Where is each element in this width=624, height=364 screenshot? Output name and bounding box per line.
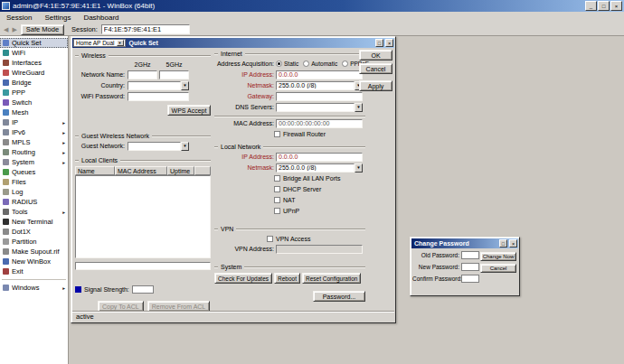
sidebar-item[interactable]: Quick Set (0, 38, 68, 48)
vpn-address-input[interactable] (276, 245, 363, 254)
confirm-password-input[interactable] (461, 275, 479, 283)
sidebar-item-icon (3, 79, 9, 86)
network-name-label: Network Name: (75, 71, 128, 78)
vpn-access-checkbox[interactable] (267, 236, 273, 242)
sidebar-item[interactable]: WiFi (0, 48, 68, 58)
sidebar-item[interactable]: Files (0, 177, 68, 187)
column-header[interactable]: Uptime (167, 166, 194, 175)
sidebar-item[interactable]: RADIUS (0, 197, 68, 207)
sidebar-item-label: Windows (12, 284, 60, 292)
forward-icon[interactable]: ▶ (12, 26, 16, 33)
section-divider (214, 116, 365, 117)
sidebar-item[interactable]: PPP (0, 88, 68, 98)
sidebar-item[interactable]: Log (0, 187, 68, 197)
lan-netmask-select[interactable] (276, 163, 355, 173)
network-name-5ghz-input[interactable] (159, 70, 189, 79)
lan-option-checkbox[interactable] (274, 208, 280, 214)
system-action-button[interactable]: Reset Configuration (302, 273, 361, 284)
safe-mode-button[interactable]: Safe Mode (21, 24, 64, 35)
local-clients-scroll-strip[interactable] (75, 262, 211, 270)
local-clients-table-body[interactable] (75, 175, 211, 258)
menu-item[interactable]: Session (0, 12, 38, 23)
dns-servers-input[interactable] (276, 103, 355, 112)
sidebar-item[interactable]: Mesh (0, 107, 68, 117)
wifi-password-input[interactable] (128, 92, 189, 101)
guest-network-select[interactable] (128, 142, 181, 151)
password-button[interactable]: Password... (313, 291, 365, 302)
menu-item[interactable]: Dashboard (77, 12, 125, 23)
guest-section-header: Guest Wireless Network (75, 132, 211, 140)
column-header[interactable]: Name (75, 166, 115, 175)
column-header[interactable]: MAC Address (115, 166, 167, 175)
status-text: active (76, 313, 94, 321)
internet-section-header: Internet (214, 50, 365, 58)
maximize-icon[interactable]: □ (499, 239, 507, 247)
copy-to-acl-button[interactable]: Copy To ACL (98, 301, 144, 311)
sidebar-item[interactable]: MPLS ▸ (0, 137, 68, 147)
sidebar-item[interactable]: Interfaces (0, 58, 68, 68)
sidebar-item[interactable]: System ▸ (0, 157, 68, 167)
sidebar-item[interactable]: Routing ▸ (0, 147, 68, 157)
close-icon[interactable]: × (385, 39, 393, 47)
sidebar-item[interactable]: WireGuard (0, 68, 68, 78)
lan-netmask-label: Netmask: (214, 164, 276, 171)
chevron-down-icon[interactable]: ▼ (117, 40, 124, 46)
sidebar-item[interactable]: New WinBox (0, 257, 68, 266)
firewall-router-checkbox[interactable] (274, 131, 280, 137)
sidebar-item[interactable]: IPv6 ▸ (0, 127, 68, 137)
old-password-input[interactable] (461, 251, 479, 259)
menu-item[interactable]: Settings (38, 12, 77, 23)
lan-option-checkbox[interactable] (274, 197, 280, 203)
mac-address-label: MAC Address: (214, 120, 276, 126)
sidebar-item[interactable]: Bridge (0, 78, 68, 88)
chevron-down-icon[interactable]: ▼ (181, 81, 189, 90)
sidebar-item[interactable]: Switch (0, 98, 68, 107)
sidebar-item[interactable]: Partition (0, 237, 68, 247)
chevron-down-icon[interactable]: ▼ (181, 142, 189, 151)
lan-ip-address-input[interactable] (276, 153, 363, 162)
session-input[interactable] (101, 24, 190, 34)
change-now-button[interactable]: Change Now (480, 252, 516, 261)
close-icon[interactable]: × (509, 239, 517, 247)
chevron-down-icon[interactable]: ▼ (355, 163, 363, 173)
minimize-icon[interactable]: _ (585, 1, 597, 11)
lan-option-checkbox[interactable] (274, 175, 280, 182)
sidebar-item[interactable]: Queues (0, 167, 68, 177)
cancel-button[interactable]: Cancel (480, 264, 516, 273)
sidebar-item[interactable]: Make Supout.rif (0, 247, 68, 257)
sidebar-item[interactable]: New Terminal (0, 217, 68, 227)
ok-button[interactable]: OK (359, 50, 392, 61)
sidebar-item-windows[interactable]: Windows ▸ (0, 283, 68, 293)
new-password-input[interactable] (461, 263, 479, 271)
wireless-section-header: Wireless (75, 51, 211, 60)
address-acquisition-radio[interactable]: Automatic (303, 61, 337, 67)
wan-ip-address-input[interactable] (276, 70, 363, 79)
system-action-button[interactable]: Check For Updates (214, 273, 272, 284)
wan-netmask-select[interactable] (276, 81, 355, 90)
sidebar-item[interactable]: Tools ▸ (0, 207, 68, 217)
system-action-button[interactable]: Reboot (274, 273, 300, 284)
back-icon[interactable]: ◀ (4, 26, 8, 33)
apply-button[interactable]: Apply (359, 80, 392, 91)
wps-accept-button[interactable]: WPS Accept (167, 105, 211, 116)
maximize-icon[interactable]: □ (375, 39, 383, 47)
chevron-down-icon[interactable]: ▼ (355, 103, 363, 112)
sidebar: Quick Set WiFi Interfaces WireGuard (0, 36, 69, 364)
remove-from-acl-button[interactable]: Remove From ACL (147, 301, 211, 311)
sidebar-item-icon (3, 179, 9, 185)
gateway-input[interactable] (276, 92, 363, 101)
network-name-2ghz-input[interactable] (128, 70, 157, 79)
address-acquisition-radio[interactable]: Static (276, 61, 298, 67)
lan-option-checkbox[interactable] (274, 186, 280, 192)
cancel-button[interactable]: Cancel (359, 63, 392, 74)
sidebar-item[interactable]: IP ▸ (0, 117, 68, 127)
quickset-mode-select[interactable]: Home AP Dual ▼ (73, 39, 126, 47)
close-icon[interactable]: × (610, 1, 622, 11)
mac-address-input[interactable] (276, 119, 363, 128)
sidebar-item[interactable]: Exit (0, 266, 68, 276)
country-select[interactable] (128, 81, 181, 90)
local-clients-section-header: Local Clients (75, 156, 211, 164)
dialog-action-buttons: OK Cancel Apply (359, 50, 392, 94)
sidebar-item[interactable]: Dot1X (0, 227, 68, 237)
maximize-icon[interactable]: □ (598, 1, 610, 11)
